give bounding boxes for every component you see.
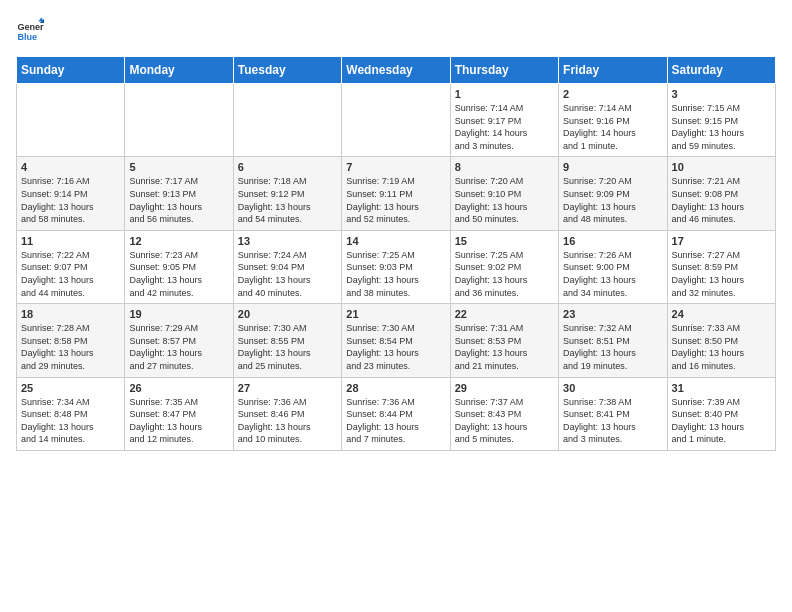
day-info: Sunrise: 7:15 AM Sunset: 9:15 PM Dayligh… [672, 102, 771, 152]
calendar-cell: 18Sunrise: 7:28 AM Sunset: 8:58 PM Dayli… [17, 304, 125, 377]
calendar-cell: 20Sunrise: 7:30 AM Sunset: 8:55 PM Dayli… [233, 304, 341, 377]
page-header: General Blue [16, 16, 776, 44]
calendar-week-row-1: 1Sunrise: 7:14 AM Sunset: 9:17 PM Daylig… [17, 84, 776, 157]
day-info: Sunrise: 7:21 AM Sunset: 9:08 PM Dayligh… [672, 175, 771, 225]
day-number: 6 [238, 161, 337, 173]
calendar-cell [233, 84, 341, 157]
calendar-cell: 7Sunrise: 7:19 AM Sunset: 9:11 PM Daylig… [342, 157, 450, 230]
calendar-cell: 12Sunrise: 7:23 AM Sunset: 9:05 PM Dayli… [125, 230, 233, 303]
day-info: Sunrise: 7:30 AM Sunset: 8:54 PM Dayligh… [346, 322, 445, 372]
calendar-week-row-4: 18Sunrise: 7:28 AM Sunset: 8:58 PM Dayli… [17, 304, 776, 377]
calendar-cell: 26Sunrise: 7:35 AM Sunset: 8:47 PM Dayli… [125, 377, 233, 450]
day-info: Sunrise: 7:14 AM Sunset: 9:17 PM Dayligh… [455, 102, 554, 152]
day-number: 25 [21, 382, 120, 394]
calendar-cell: 30Sunrise: 7:38 AM Sunset: 8:41 PM Dayli… [559, 377, 667, 450]
day-info: Sunrise: 7:37 AM Sunset: 8:43 PM Dayligh… [455, 396, 554, 446]
calendar-cell: 5Sunrise: 7:17 AM Sunset: 9:13 PM Daylig… [125, 157, 233, 230]
day-number: 3 [672, 88, 771, 100]
calendar-cell: 10Sunrise: 7:21 AM Sunset: 9:08 PM Dayli… [667, 157, 775, 230]
day-info: Sunrise: 7:31 AM Sunset: 8:53 PM Dayligh… [455, 322, 554, 372]
day-info: Sunrise: 7:17 AM Sunset: 9:13 PM Dayligh… [129, 175, 228, 225]
weekday-header-row: SundayMondayTuesdayWednesdayThursdayFrid… [17, 57, 776, 84]
day-info: Sunrise: 7:23 AM Sunset: 9:05 PM Dayligh… [129, 249, 228, 299]
day-info: Sunrise: 7:25 AM Sunset: 9:02 PM Dayligh… [455, 249, 554, 299]
day-number: 14 [346, 235, 445, 247]
calendar-cell: 22Sunrise: 7:31 AM Sunset: 8:53 PM Dayli… [450, 304, 558, 377]
calendar-cell [125, 84, 233, 157]
day-number: 24 [672, 308, 771, 320]
calendar-cell [342, 84, 450, 157]
calendar-cell: 2Sunrise: 7:14 AM Sunset: 9:16 PM Daylig… [559, 84, 667, 157]
svg-text:General: General [17, 22, 44, 32]
svg-text:Blue: Blue [17, 32, 37, 42]
calendar-cell: 8Sunrise: 7:20 AM Sunset: 9:10 PM Daylig… [450, 157, 558, 230]
day-info: Sunrise: 7:35 AM Sunset: 8:47 PM Dayligh… [129, 396, 228, 446]
day-number: 16 [563, 235, 662, 247]
day-number: 26 [129, 382, 228, 394]
weekday-header-friday: Friday [559, 57, 667, 84]
day-number: 7 [346, 161, 445, 173]
day-info: Sunrise: 7:14 AM Sunset: 9:16 PM Dayligh… [563, 102, 662, 152]
weekday-header-thursday: Thursday [450, 57, 558, 84]
day-info: Sunrise: 7:32 AM Sunset: 8:51 PM Dayligh… [563, 322, 662, 372]
day-number: 10 [672, 161, 771, 173]
day-info: Sunrise: 7:36 AM Sunset: 8:44 PM Dayligh… [346, 396, 445, 446]
calendar-table: SundayMondayTuesdayWednesdayThursdayFrid… [16, 56, 776, 451]
day-number: 12 [129, 235, 228, 247]
calendar-cell: 9Sunrise: 7:20 AM Sunset: 9:09 PM Daylig… [559, 157, 667, 230]
calendar-cell: 27Sunrise: 7:36 AM Sunset: 8:46 PM Dayli… [233, 377, 341, 450]
calendar-cell: 24Sunrise: 7:33 AM Sunset: 8:50 PM Dayli… [667, 304, 775, 377]
day-info: Sunrise: 7:38 AM Sunset: 8:41 PM Dayligh… [563, 396, 662, 446]
day-number: 31 [672, 382, 771, 394]
calendar-cell: 23Sunrise: 7:32 AM Sunset: 8:51 PM Dayli… [559, 304, 667, 377]
calendar-cell: 6Sunrise: 7:18 AM Sunset: 9:12 PM Daylig… [233, 157, 341, 230]
calendar-cell: 29Sunrise: 7:37 AM Sunset: 8:43 PM Dayli… [450, 377, 558, 450]
calendar-cell [17, 84, 125, 157]
day-info: Sunrise: 7:16 AM Sunset: 9:14 PM Dayligh… [21, 175, 120, 225]
day-info: Sunrise: 7:33 AM Sunset: 8:50 PM Dayligh… [672, 322, 771, 372]
day-info: Sunrise: 7:25 AM Sunset: 9:03 PM Dayligh… [346, 249, 445, 299]
day-info: Sunrise: 7:19 AM Sunset: 9:11 PM Dayligh… [346, 175, 445, 225]
day-number: 11 [21, 235, 120, 247]
calendar-cell: 3Sunrise: 7:15 AM Sunset: 9:15 PM Daylig… [667, 84, 775, 157]
calendar-cell: 19Sunrise: 7:29 AM Sunset: 8:57 PM Dayli… [125, 304, 233, 377]
day-info: Sunrise: 7:30 AM Sunset: 8:55 PM Dayligh… [238, 322, 337, 372]
calendar-week-row-3: 11Sunrise: 7:22 AM Sunset: 9:07 PM Dayli… [17, 230, 776, 303]
day-number: 5 [129, 161, 228, 173]
day-number: 22 [455, 308, 554, 320]
day-info: Sunrise: 7:29 AM Sunset: 8:57 PM Dayligh… [129, 322, 228, 372]
weekday-header-saturday: Saturday [667, 57, 775, 84]
day-number: 1 [455, 88, 554, 100]
day-info: Sunrise: 7:28 AM Sunset: 8:58 PM Dayligh… [21, 322, 120, 372]
weekday-header-sunday: Sunday [17, 57, 125, 84]
day-info: Sunrise: 7:22 AM Sunset: 9:07 PM Dayligh… [21, 249, 120, 299]
day-number: 28 [346, 382, 445, 394]
day-number: 21 [346, 308, 445, 320]
day-number: 2 [563, 88, 662, 100]
calendar-week-row-2: 4Sunrise: 7:16 AM Sunset: 9:14 PM Daylig… [17, 157, 776, 230]
calendar-cell: 31Sunrise: 7:39 AM Sunset: 8:40 PM Dayli… [667, 377, 775, 450]
day-info: Sunrise: 7:26 AM Sunset: 9:00 PM Dayligh… [563, 249, 662, 299]
calendar-cell: 15Sunrise: 7:25 AM Sunset: 9:02 PM Dayli… [450, 230, 558, 303]
calendar-cell: 4Sunrise: 7:16 AM Sunset: 9:14 PM Daylig… [17, 157, 125, 230]
calendar-cell: 17Sunrise: 7:27 AM Sunset: 8:59 PM Dayli… [667, 230, 775, 303]
day-number: 23 [563, 308, 662, 320]
day-number: 8 [455, 161, 554, 173]
weekday-header-tuesday: Tuesday [233, 57, 341, 84]
day-info: Sunrise: 7:18 AM Sunset: 9:12 PM Dayligh… [238, 175, 337, 225]
day-info: Sunrise: 7:39 AM Sunset: 8:40 PM Dayligh… [672, 396, 771, 446]
weekday-header-wednesday: Wednesday [342, 57, 450, 84]
day-info: Sunrise: 7:36 AM Sunset: 8:46 PM Dayligh… [238, 396, 337, 446]
calendar-week-row-5: 25Sunrise: 7:34 AM Sunset: 8:48 PM Dayli… [17, 377, 776, 450]
day-number: 19 [129, 308, 228, 320]
weekday-header-monday: Monday [125, 57, 233, 84]
day-info: Sunrise: 7:34 AM Sunset: 8:48 PM Dayligh… [21, 396, 120, 446]
calendar-cell: 25Sunrise: 7:34 AM Sunset: 8:48 PM Dayli… [17, 377, 125, 450]
calendar-cell: 1Sunrise: 7:14 AM Sunset: 9:17 PM Daylig… [450, 84, 558, 157]
day-number: 17 [672, 235, 771, 247]
day-info: Sunrise: 7:20 AM Sunset: 9:10 PM Dayligh… [455, 175, 554, 225]
calendar-cell: 16Sunrise: 7:26 AM Sunset: 9:00 PM Dayli… [559, 230, 667, 303]
day-number: 27 [238, 382, 337, 394]
calendar-cell: 11Sunrise: 7:22 AM Sunset: 9:07 PM Dayli… [17, 230, 125, 303]
day-number: 9 [563, 161, 662, 173]
